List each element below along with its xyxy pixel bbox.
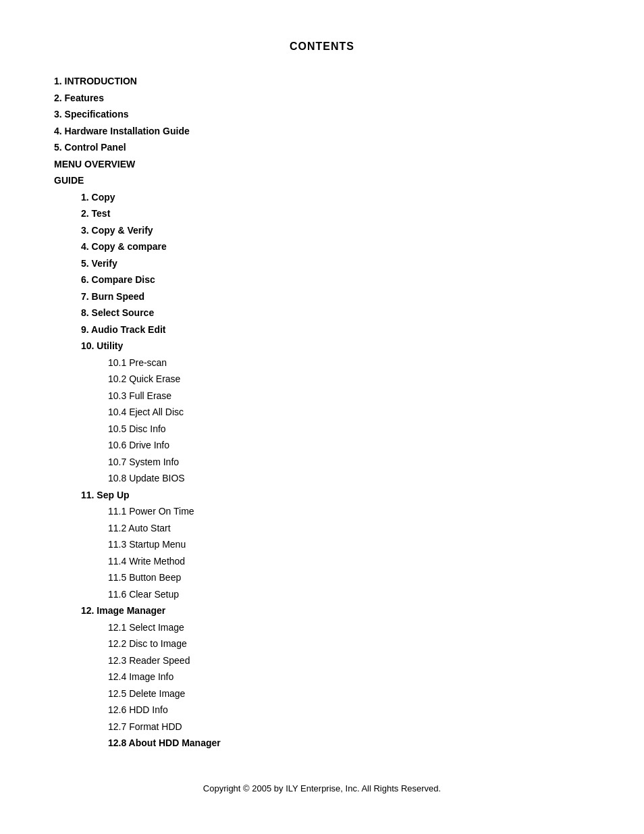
toc-item-item-guide-1: 1. Copy	[54, 189, 590, 206]
toc-item-item-menu: MENU OVERVIEW	[54, 156, 590, 173]
toc-item-item-guide-4: 4. Copy & compare	[54, 238, 590, 255]
toc-item-item-10: 10. Utility	[54, 338, 590, 355]
toc-item-item-12-2: 12.2 Disc to Image	[54, 635, 590, 652]
toc-item-item-11: 11. Sep Up	[54, 487, 590, 504]
toc-item-item-10-6: 10.6 Drive Info	[54, 437, 590, 454]
toc-item-item-10-4: 10.4 Eject All Disc	[54, 404, 590, 421]
toc-item-item-4: 4. Hardware Installation Guide	[54, 123, 590, 140]
toc-item-item-11-5: 11.5 Button Beep	[54, 569, 590, 586]
toc-item-item-guide-3: 3. Copy & Verify	[54, 222, 590, 239]
toc-item-item-11-1: 11.1 Power On Time	[54, 503, 590, 520]
toc-item-item-12: 12. Image Manager	[54, 602, 590, 619]
toc-item-item-2: 2. Features	[54, 90, 590, 107]
toc-item-item-10-8: 10.8 Update BIOS	[54, 470, 590, 487]
toc-item-item-3: 3. Specifications	[54, 106, 590, 123]
toc-item-item-10-7: 10.7 System Info	[54, 454, 590, 471]
toc-item-item-guide: GUIDE	[54, 172, 590, 189]
toc-item-item-12-6: 12.6 HDD Info	[54, 702, 590, 719]
toc-item-item-1: 1. INTRODUCTION	[54, 73, 590, 90]
toc-item-item-guide-6: 6. Compare Disc	[54, 271, 590, 288]
toc-item-item-11-2: 11.2 Auto Start	[54, 520, 590, 537]
toc-item-item-guide-7: 7. Burn Speed	[54, 288, 590, 305]
toc-item-item-5: 5. Control Panel	[54, 139, 590, 156]
toc-item-item-10-1: 10.1 Pre-scan	[54, 355, 590, 371]
toc-item-item-11-6: 11.6 Clear Setup	[54, 586, 590, 603]
toc-item-item-12-5: 12.5 Delete Image	[54, 685, 590, 702]
toc-item-item-11-3: 11.3 Startup Menu	[54, 536, 590, 553]
toc-container: 1. INTRODUCTION2. Features3. Specificati…	[54, 73, 590, 756]
toc-item-item-10-3: 10.3 Full Erase	[54, 388, 590, 405]
page-title: CONTENTS	[54, 41, 590, 53]
toc-item-item-guide-5: 5. Verify	[54, 255, 590, 272]
toc-item-item-12-3: 12.3 Reader Speed	[54, 652, 590, 669]
toc-item-item-12-4: 12.4 Image Info	[54, 669, 590, 685]
toc-item-item-11-4: 11.4 Write Method	[54, 553, 590, 570]
toc-item-item-10-5: 10.5 Disc Info	[54, 421, 590, 438]
toc-item-item-guide-8: 8. Select Source	[54, 305, 590, 321]
toc-item-item-12-1: 12.1 Select Image	[54, 619, 590, 636]
page-container: CONTENTS 1. INTRODUCTION2. Features3. Sp…	[0, 0, 644, 834]
toc-item-item-10-2: 10.2 Quick Erase	[54, 371, 590, 388]
footer: Copyright © 2005 by ILY Enterprise, Inc.…	[54, 756, 590, 793]
toc-item-item-12-7: 12.7 Format HDD	[54, 719, 590, 735]
toc-item-item-guide-2: 2. Test	[54, 205, 590, 222]
toc-item-item-guide-9: 9. Audio Track Edit	[54, 321, 590, 338]
toc-item-item-12-8: 12.8 About HDD Manager	[54, 735, 590, 752]
